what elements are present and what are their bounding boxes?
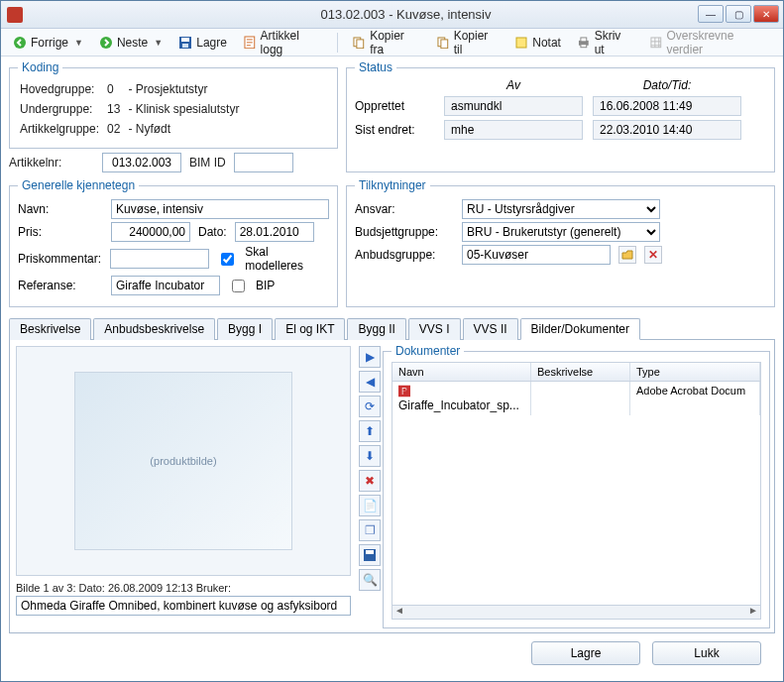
table-row[interactable]: 🅿 Giraffe_Incubator_sp... Adobe Acrobat … xyxy=(392,382,760,415)
ansvar-select[interactable]: RU - Utstyrsrådgiver xyxy=(462,199,660,219)
endret-av: mhe xyxy=(444,120,583,140)
svg-rect-3 xyxy=(181,38,189,42)
separator xyxy=(337,33,338,53)
clear-button[interactable]: ✕ xyxy=(644,246,662,264)
tilknytninger-legend: Tilknytninger xyxy=(355,178,430,192)
col-beskrivelse[interactable]: Beskrivelse xyxy=(531,363,630,381)
dato-input[interactable] xyxy=(235,222,314,242)
anbud-input[interactable] xyxy=(462,245,611,265)
undergruppe-desc: - Klinisk spesialutstyr xyxy=(128,100,245,118)
tab-bilder-dokumenter[interactable]: Bilder/Dokumenter xyxy=(520,318,640,340)
copy-to-button[interactable]: Kopier til xyxy=(430,27,504,58)
maximize-button[interactable]: ▢ xyxy=(726,5,751,23)
artikkelgruppe-label: Artikkelgruppe: xyxy=(20,120,105,138)
image-pane: (produktbilde) Bilde 1 av 3: Dato: 26.08… xyxy=(10,340,357,632)
prev-image-button[interactable]: ◀ xyxy=(359,371,381,393)
navn-input[interactable] xyxy=(111,199,329,219)
col-type[interactable]: Type xyxy=(630,363,760,381)
overwritten-values-button[interactable]: Overskrevne verdier xyxy=(643,27,777,58)
svg-rect-16 xyxy=(366,550,374,554)
generelle-group: Generelle kjennetegn Navn: Pris: Dato: P… xyxy=(9,178,338,307)
browse-button[interactable] xyxy=(618,246,636,264)
image-description-input[interactable] xyxy=(16,596,351,616)
tab-vvs1[interactable]: VVS I xyxy=(408,318,461,340)
doc-name-cell: 🅿 Giraffe_Incubator_sp... xyxy=(392,382,531,415)
zoom-button[interactable]: 🔍 xyxy=(359,569,381,591)
back-button[interactable]: Forrige▼ xyxy=(7,34,89,52)
hovedgruppe-label: Hovedgruppe: xyxy=(20,80,105,98)
bimid-input[interactable] xyxy=(234,153,293,172)
back-icon xyxy=(13,36,27,50)
opprettet-dato: 16.06.2008 11:49 xyxy=(593,96,741,116)
referanse-input[interactable] xyxy=(111,276,220,295)
documents-pane: Dokumenter Navn Beskrivelse Type 🅿 Giraf… xyxy=(383,340,774,632)
note-button[interactable]: Notat xyxy=(508,34,567,52)
app-icon xyxy=(7,7,23,23)
av-header: Av xyxy=(444,78,583,92)
tab-el-ikt[interactable]: El og IKT xyxy=(275,318,345,340)
bimid-label: BIM ID xyxy=(189,156,226,170)
refresh-button[interactable]: ⟳ xyxy=(359,396,381,417)
delete-image-button[interactable]: ✖ xyxy=(359,470,381,492)
footer-close-button[interactable]: Lukk xyxy=(652,641,761,665)
svg-point-0 xyxy=(14,37,26,49)
content: Koding Hovedgruppe:0- Prosjektutstyr Und… xyxy=(1,57,783,681)
svg-rect-4 xyxy=(182,44,188,48)
svg-rect-7 xyxy=(357,39,364,48)
copy-to-label: Kopier til xyxy=(454,29,500,57)
status-legend: Status xyxy=(355,60,396,74)
save-image-button[interactable] xyxy=(359,544,381,566)
move-up-button[interactable]: ⬆ xyxy=(359,420,381,442)
minimize-button[interactable]: — xyxy=(698,5,724,23)
koding-group: Koding Hovedgruppe:0- Prosjektutstyr Und… xyxy=(9,60,338,149)
print-button[interactable]: Skriv ut xyxy=(571,27,639,58)
window: 013.02.003 - Kuvøse, intensiv — ▢ ✕ Forr… xyxy=(0,0,784,682)
artikkelgruppe-code: 02 xyxy=(107,120,126,138)
budsjett-label: Budsjettgruppe: xyxy=(355,225,454,239)
import-button[interactable]: 📄 xyxy=(359,495,381,516)
documents-group: Dokumenter Navn Beskrivelse Type 🅿 Giraf… xyxy=(383,344,770,628)
col-navn[interactable]: Navn xyxy=(392,363,531,381)
tab-body: (produktbilde) Bilde 1 av 3: Dato: 26.08… xyxy=(9,340,775,633)
image-toolbar: ▶ ◀ ⟳ ⬆ ⬇ ✖ 📄 ❐ 🔍 xyxy=(357,340,383,632)
save-icon xyxy=(178,36,192,50)
dropdown-icon: ▼ xyxy=(154,38,163,48)
tab-vvs2[interactable]: VVS II xyxy=(463,318,518,340)
move-down-button[interactable]: ⬇ xyxy=(359,445,381,467)
hovedgruppe-desc: - Prosjektutstyr xyxy=(128,80,245,98)
note-label: Notat xyxy=(532,36,561,50)
svg-rect-12 xyxy=(581,37,587,41)
doc-type-cell: Adobe Acrobat Docum xyxy=(630,382,760,415)
artikkelnr-input[interactable] xyxy=(102,153,181,172)
footer-save-button[interactable]: Lagre xyxy=(531,641,640,665)
tab-beskrivelse[interactable]: Beskrivelse xyxy=(9,318,91,340)
copy-from-button[interactable]: Kopier fra xyxy=(346,27,426,58)
hovedgruppe-code: 0 xyxy=(107,80,126,98)
print-icon xyxy=(577,36,591,50)
bip-checkbox[interactable] xyxy=(232,280,245,292)
pdf-icon: 🅿 xyxy=(398,385,410,398)
tab-bygg1[interactable]: Bygg I xyxy=(217,318,273,340)
dropdown-icon: ▼ xyxy=(74,38,83,48)
skal-modelleres-checkbox[interactable] xyxy=(221,253,234,266)
tab-bygg2[interactable]: Bygg II xyxy=(347,318,405,340)
bip-label: BIP xyxy=(256,279,275,292)
log-icon xyxy=(243,36,257,50)
article-log-button[interactable]: Artikkel logg xyxy=(237,27,330,58)
pris-label: Pris: xyxy=(18,225,103,239)
priskommentar-input[interactable] xyxy=(110,249,209,269)
copy-button[interactable]: ❐ xyxy=(359,519,381,541)
next-image-button[interactable]: ▶ xyxy=(359,346,381,368)
save-button[interactable]: Lagre xyxy=(172,34,233,52)
horizontal-scrollbar[interactable] xyxy=(392,605,760,619)
tilknytninger-group: Tilknytninger Ansvar: RU - Utstyrsrådgiv… xyxy=(346,178,775,307)
next-button[interactable]: Neste▼ xyxy=(93,34,168,52)
budsjett-select[interactable]: BRU - Brukerutstyr (generelt) xyxy=(462,222,660,242)
next-icon xyxy=(99,36,113,50)
dato-header: Dato/Tid: xyxy=(593,78,741,92)
svg-rect-10 xyxy=(516,38,526,48)
close-button[interactable]: ✕ xyxy=(753,5,779,23)
ansvar-label: Ansvar: xyxy=(355,202,454,216)
tab-anbudsbeskrivelse[interactable]: Anbudsbeskrivelse xyxy=(93,318,215,340)
pris-input[interactable] xyxy=(111,222,190,242)
